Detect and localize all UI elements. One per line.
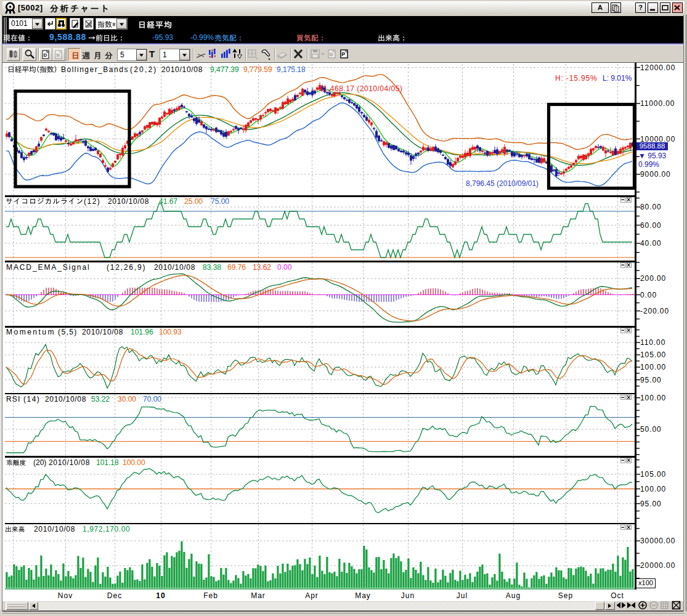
svg-text:D: D	[44, 52, 47, 58]
svg-text:D: D	[330, 52, 333, 57]
svg-text:P: P	[342, 51, 346, 57]
svg-text:B: B	[57, 52, 60, 58]
